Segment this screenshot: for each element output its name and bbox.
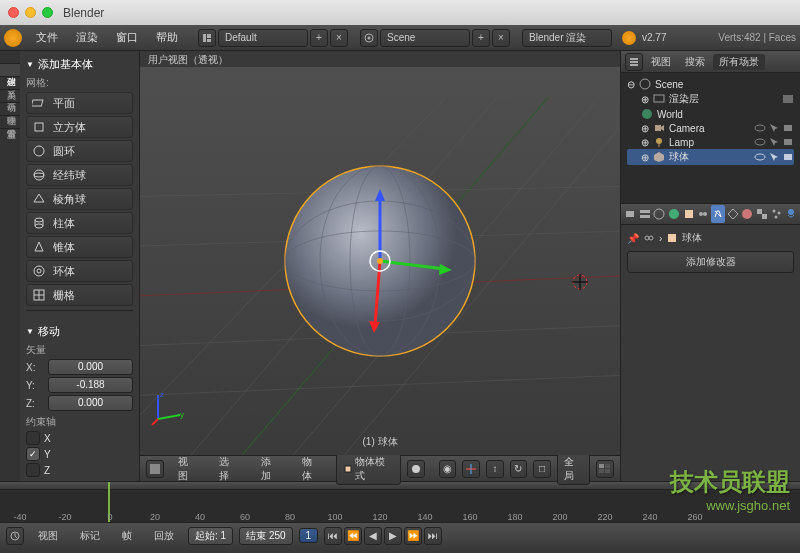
layout-dropdown[interactable]: Default — [218, 29, 308, 47]
render-icon[interactable] — [782, 93, 794, 105]
outliner-tab-all[interactable]: 所有场景 — [713, 54, 765, 70]
scene-remove-button[interactable]: × — [492, 29, 510, 47]
play-reverse-icon[interactable]: ◀ — [364, 527, 382, 545]
prop-tab-world[interactable] — [667, 205, 681, 223]
scene-add-button[interactable]: + — [472, 29, 490, 47]
outliner-lamp[interactable]: ⊕Lamp — [627, 135, 794, 149]
tl-menu-frame[interactable]: 帧 — [114, 527, 140, 545]
prop-tab-particles[interactable] — [770, 205, 784, 223]
outliner-scene[interactable]: ⊖Scene — [627, 77, 794, 91]
maximize-window-button[interactable] — [42, 7, 53, 18]
mesh-grid[interactable]: 栅格 — [26, 284, 133, 306]
mesh-circle[interactable]: 圆环 — [26, 140, 133, 162]
orientation-dropdown[interactable]: 全局 — [557, 453, 591, 485]
start-frame-field[interactable]: 起始: 1 — [188, 527, 233, 545]
camera-render-icon[interactable] — [782, 136, 794, 148]
eye-icon[interactable] — [754, 122, 766, 134]
manipulator-rotate-icon[interactable]: ↻ — [510, 460, 528, 478]
pin-icon[interactable]: 📌 — [627, 233, 639, 244]
vp-menu-add[interactable]: 添加 — [253, 453, 289, 485]
mesh-plane[interactable]: 平面 — [26, 92, 133, 114]
prop-tab-constraints[interactable] — [696, 205, 710, 223]
manipulator-scale-icon[interactable]: □ — [533, 460, 551, 478]
cursor-icon[interactable] — [768, 151, 780, 163]
tool-tab-3[interactable]: 动画 — [0, 90, 20, 103]
outliner-camera[interactable]: ⊕Camera — [627, 121, 794, 135]
prop-tab-physics[interactable] — [784, 205, 798, 223]
playhead[interactable] — [108, 482, 110, 490]
editor-type-icon[interactable] — [146, 460, 164, 478]
eye-icon[interactable] — [754, 151, 766, 163]
outliner-world[interactable]: World — [627, 107, 794, 121]
panel-translate[interactable]: 移动 — [26, 322, 133, 341]
expand-icon[interactable]: ⊕ — [641, 137, 649, 148]
layout-remove-button[interactable]: × — [330, 29, 348, 47]
vec-x-field[interactable]: 0.000 — [48, 359, 133, 375]
menu-help[interactable]: 帮助 — [148, 28, 186, 47]
render-engine-dropdown[interactable]: Blender 渲染 — [522, 29, 612, 47]
prop-tab-scene[interactable] — [652, 205, 666, 223]
mesh-cylinder[interactable]: 柱体 — [26, 212, 133, 234]
expand-icon[interactable]: ⊕ — [641, 152, 649, 163]
minimize-window-button[interactable] — [25, 7, 36, 18]
vp-menu-view[interactable]: 视图 — [170, 453, 206, 485]
timeline-editor-icon[interactable] — [6, 527, 24, 545]
tool-tab-2[interactable]: 关系 — [0, 77, 20, 90]
layout-add-button[interactable]: + — [310, 29, 328, 47]
tool-tab-4[interactable]: 物理 — [0, 103, 20, 116]
outliner[interactable]: ⊖Scene ⊕渲染层 World ⊕Camera ⊕Lamp ⊕球体 — [621, 73, 800, 203]
mesh-cube[interactable]: 立方体 — [26, 116, 133, 138]
constraint-z-check[interactable] — [26, 463, 40, 477]
vec-y-field[interactable]: -0.188 — [48, 377, 133, 393]
constraint-y-check[interactable] — [26, 447, 40, 461]
menu-file[interactable]: 文件 — [28, 28, 66, 47]
prop-tab-material[interactable] — [740, 205, 754, 223]
play-icon[interactable]: ▶ — [384, 527, 402, 545]
constraint-x-check[interactable] — [26, 431, 40, 445]
mesh-icosphere[interactable]: 棱角球 — [26, 188, 133, 210]
layers-icon[interactable] — [596, 460, 614, 478]
expand-icon[interactable]: ⊕ — [641, 123, 649, 134]
menu-render[interactable]: 渲染 — [68, 28, 106, 47]
tool-tab-0[interactable]: 工具 — [0, 51, 20, 64]
scene-dropdown[interactable]: Scene — [380, 29, 470, 47]
expand-icon[interactable]: ⊕ — [641, 94, 649, 105]
tl-menu-playback[interactable]: 回放 — [146, 527, 182, 545]
keyframe-next-icon[interactable]: ⏩ — [404, 527, 422, 545]
outliner-sphere[interactable]: ⊕球体 — [627, 149, 794, 165]
prop-tab-data[interactable] — [726, 205, 740, 223]
prop-tab-renderlayers[interactable] — [638, 205, 652, 223]
pivot-icon[interactable]: ◉ — [439, 460, 457, 478]
cursor-icon[interactable] — [768, 122, 780, 134]
screen-layout-icon[interactable] — [198, 29, 216, 47]
camera-render-icon[interactable] — [782, 122, 794, 134]
tool-tab-5[interactable]: 温室管 — [0, 116, 20, 129]
sphere-object[interactable] — [280, 161, 480, 361]
camera-render-icon[interactable] — [782, 151, 794, 163]
manipulator-icon[interactable] — [462, 460, 480, 478]
outliner-tab-view[interactable]: 视图 — [645, 54, 677, 70]
eye-icon[interactable] — [754, 136, 766, 148]
menu-window[interactable]: 窗口 — [108, 28, 146, 47]
prop-tab-render[interactable] — [623, 205, 637, 223]
vp-menu-object[interactable]: 物体 — [294, 453, 330, 485]
mesh-cone[interactable]: 锥体 — [26, 236, 133, 258]
prop-tab-object[interactable] — [682, 205, 696, 223]
mesh-torus[interactable]: 环体 — [26, 260, 133, 282]
jump-end-icon[interactable]: ⏭ — [424, 527, 442, 545]
outliner-tab-search[interactable]: 搜索 — [679, 54, 711, 70]
prop-tab-texture[interactable] — [755, 205, 769, 223]
vec-z-field[interactable]: 0.000 — [48, 395, 133, 411]
mode-dropdown[interactable]: 物体模式 — [336, 453, 402, 485]
outliner-editor-icon[interactable] — [625, 53, 643, 71]
prop-tab-modifiers[interactable] — [711, 205, 725, 223]
manipulator-translate-icon[interactable]: ↕ — [486, 460, 504, 478]
tool-tab-1[interactable]: 创建 — [0, 64, 20, 77]
end-frame-field[interactable]: 结束 250 — [239, 527, 292, 545]
cursor-icon[interactable] — [768, 136, 780, 148]
current-frame-field[interactable]: 1 — [299, 528, 319, 543]
close-window-button[interactable] — [8, 7, 19, 18]
tl-menu-marker[interactable]: 标记 — [72, 527, 108, 545]
jump-start-icon[interactable]: ⏮ — [324, 527, 342, 545]
vp-menu-select[interactable]: 选择 — [211, 453, 247, 485]
